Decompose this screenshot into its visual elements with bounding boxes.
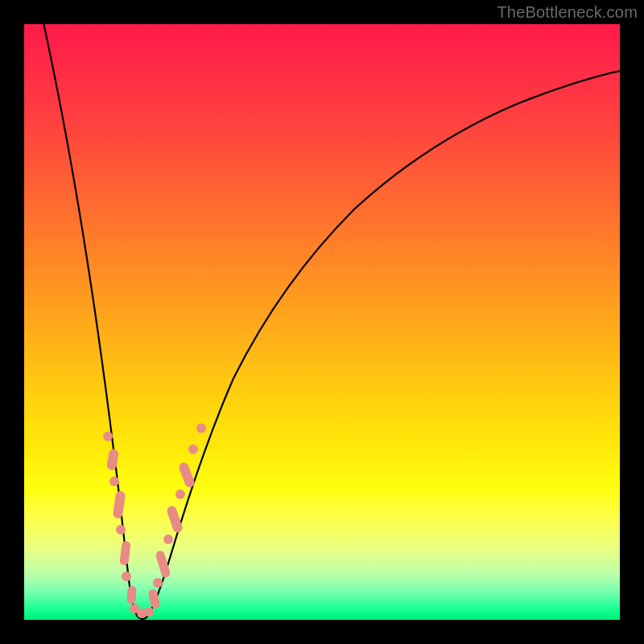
svg-point-4 bbox=[116, 525, 126, 535]
svg-point-14 bbox=[163, 535, 173, 544]
v-curve-path bbox=[40, 24, 620, 619]
svg-rect-7 bbox=[126, 586, 137, 605]
svg-point-16 bbox=[175, 489, 185, 499]
svg-rect-1 bbox=[106, 448, 119, 471]
svg-rect-17 bbox=[178, 461, 196, 489]
svg-point-6 bbox=[122, 572, 131, 581]
data-point-markers bbox=[103, 423, 206, 618]
svg-point-0 bbox=[103, 431, 113, 441]
plot-area bbox=[24, 24, 620, 620]
svg-rect-3 bbox=[113, 490, 126, 518]
outer-frame: TheBottleneck.com bbox=[0, 0, 644, 644]
bottleneck-curve bbox=[24, 24, 620, 620]
svg-point-18 bbox=[188, 444, 198, 454]
svg-rect-5 bbox=[119, 541, 131, 566]
svg-point-19 bbox=[196, 423, 206, 433]
svg-point-10 bbox=[144, 607, 154, 617]
svg-point-12 bbox=[153, 578, 163, 588]
svg-point-2 bbox=[109, 477, 119, 486]
watermark-text: TheBottleneck.com bbox=[497, 3, 638, 22]
